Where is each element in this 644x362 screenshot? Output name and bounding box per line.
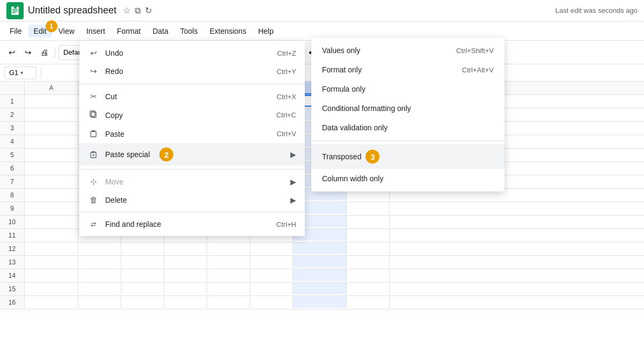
find-replace-icon: ⇄: [88, 220, 99, 228]
cell-f15[interactable]: [250, 283, 293, 294]
cell-a5[interactable]: [25, 149, 78, 160]
submenu-conditional-formatting-only[interactable]: Conditional formatting only: [311, 99, 504, 118]
cell-d13[interactable]: [164, 256, 207, 268]
cell-g16[interactable]: [293, 296, 347, 308]
cell-e12[interactable]: [207, 242, 250, 254]
menu-tools[interactable]: Tools: [175, 25, 203, 38]
cell-c15[interactable]: [121, 283, 164, 294]
menu-format[interactable]: Format: [112, 25, 146, 38]
submenu-formula-only[interactable]: Formula only: [311, 79, 504, 99]
cell-a1[interactable]: [25, 95, 78, 107]
cell-a9[interactable]: [25, 202, 78, 214]
cell-h13[interactable]: [347, 256, 390, 268]
redo-icon: ↪: [88, 67, 99, 76]
menu-item-find-replace[interactable]: ⇄ Find and replace Ctrl+H: [79, 216, 305, 233]
cell-g12[interactable]: [293, 242, 347, 254]
menu-item-paste[interactable]: Paste Ctrl+V: [79, 124, 305, 143]
row-number-10: 10: [0, 216, 25, 228]
cell-a6[interactable]: [25, 162, 78, 174]
row-number-11: 11: [0, 229, 25, 242]
cut-icon: ✂: [88, 92, 99, 101]
cell-d16[interactable]: [164, 296, 207, 308]
cell-f13[interactable]: [250, 256, 293, 268]
cell-c16[interactable]: [121, 296, 164, 308]
menu-view[interactable]: View: [53, 25, 80, 38]
menu-file[interactable]: File: [4, 25, 27, 38]
cell-g13[interactable]: [293, 256, 347, 268]
cell-f14[interactable]: [250, 269, 293, 281]
cell-a10[interactable]: [25, 216, 78, 227]
cell-a4[interactable]: [25, 135, 78, 147]
cell-a3[interactable]: [25, 122, 78, 134]
cell-a16[interactable]: [25, 296, 78, 308]
cell-reference-box[interactable]: G1 ▾: [4, 67, 36, 79]
move-icon[interactable]: ⧉: [135, 6, 141, 16]
cell-b13[interactable]: [78, 256, 121, 268]
cell-c13[interactable]: [121, 256, 164, 268]
paste-label: Paste: [105, 130, 125, 138]
star-icon[interactable]: ☆: [123, 5, 130, 16]
cell-b12[interactable]: [78, 242, 121, 254]
submenu-format-only[interactable]: Format only Ctrl+Alt+V: [311, 60, 504, 79]
menu-item-undo[interactable]: ↩ Undo Ctrl+Z: [79, 44, 305, 62]
print-button[interactable]: 🖨: [36, 45, 52, 60]
cell-h12[interactable]: [347, 242, 390, 254]
menu-item-copy[interactable]: Copy Ctrl+C: [79, 106, 305, 124]
col-header-a[interactable]: A: [25, 82, 78, 94]
menu-item-paste-special[interactable]: Paste special 2 ▶: [79, 143, 305, 166]
cell-h11[interactable]: [347, 229, 390, 241]
submenu-values-only[interactable]: Values only Ctrl+Shift+V: [311, 41, 504, 60]
cell-h14[interactable]: [347, 269, 390, 281]
row-number-4: 4: [0, 135, 25, 148]
cell-ref-dropdown[interactable]: ▾: [20, 70, 23, 76]
redo-label: Redo: [105, 67, 123, 76]
cell-d12[interactable]: [164, 242, 207, 254]
cell-b16[interactable]: [78, 296, 121, 308]
cell-g15[interactable]: [293, 283, 347, 294]
cell-f16[interactable]: [250, 296, 293, 308]
cell-d15[interactable]: [164, 283, 207, 294]
cell-h16[interactable]: [347, 296, 390, 308]
cell-b15[interactable]: [78, 283, 121, 294]
cell-h10[interactable]: [347, 216, 390, 227]
menu-extensions[interactable]: Extensions: [204, 25, 251, 38]
cell-e16[interactable]: [207, 296, 250, 308]
menu-item-redo[interactable]: ↪ Redo Ctrl+Y: [79, 62, 305, 80]
cell-a14[interactable]: [25, 269, 78, 281]
row-number-1: 1: [0, 95, 25, 108]
menu-help[interactable]: Help: [253, 25, 279, 38]
cell-a13[interactable]: [25, 256, 78, 268]
cell-e13[interactable]: [207, 256, 250, 268]
cell-d14[interactable]: [164, 269, 207, 281]
cell-a11[interactable]: [25, 229, 78, 241]
submenu-column-width-only[interactable]: Column width only: [311, 169, 504, 188]
undo-button[interactable]: ↩: [4, 45, 19, 60]
menu-data[interactable]: Data: [147, 25, 174, 38]
cloud-icon[interactable]: ↻: [145, 5, 152, 16]
title-icons: ☆ ⧉ ↻: [123, 5, 152, 16]
menu-item-cut[interactable]: ✂ Cut Ctrl+X: [79, 87, 305, 106]
cell-b14[interactable]: [78, 269, 121, 281]
edit-dropdown-menu: ↩ Undo Ctrl+Z ↪ Redo Ctrl+Y ✂ Cut Ctrl+X…: [79, 41, 305, 236]
cell-g14[interactable]: [293, 269, 347, 281]
menu-insert[interactable]: Insert: [81, 25, 111, 38]
cell-e15[interactable]: [207, 283, 250, 294]
cell-a8[interactable]: [25, 189, 78, 201]
toolbar-separator-1: [55, 47, 55, 58]
menu-edit[interactable]: Edit 1: [28, 25, 52, 38]
redo-button[interactable]: ↪: [20, 45, 35, 60]
cell-c14[interactable]: [121, 269, 164, 281]
cell-a2[interactable]: [25, 108, 78, 120]
cell-c12[interactable]: [121, 242, 164, 254]
cell-h9[interactable]: [347, 202, 390, 214]
menu-item-delete[interactable]: 🗑 Delete ▶: [79, 191, 305, 209]
submenu-transposed[interactable]: Transposed 3: [311, 144, 504, 169]
cell-a7[interactable]: [25, 175, 78, 187]
cell-e14[interactable]: [207, 269, 250, 281]
cell-f12[interactable]: [250, 242, 293, 254]
submenu-data-validation-only[interactable]: Data validation only: [311, 118, 504, 137]
cell-a15[interactable]: [25, 283, 78, 294]
cell-h15[interactable]: [347, 283, 390, 294]
cell-a12[interactable]: [25, 242, 78, 254]
undo-shortcut: Ctrl+Z: [277, 49, 296, 57]
